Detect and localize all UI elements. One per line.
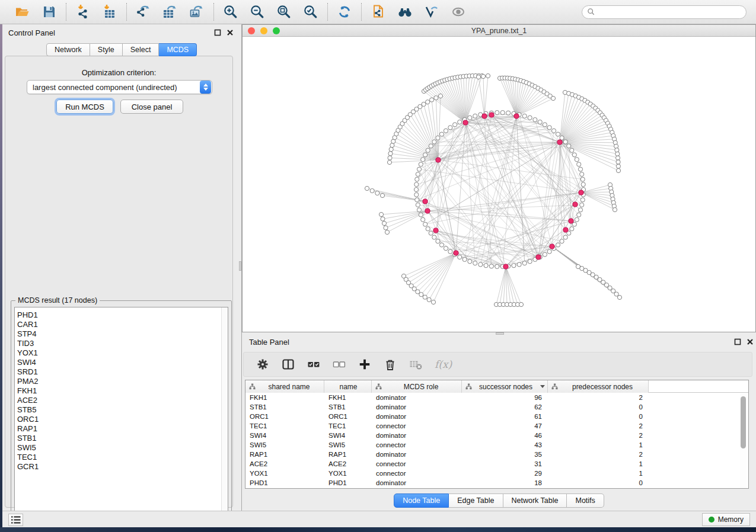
splitter-grip[interactable]: [239, 261, 241, 271]
table-cell[interactable]: dominator: [372, 450, 462, 459]
table-cell[interactable]: 62: [462, 402, 548, 412]
table-cell[interactable]: RAP1: [324, 450, 372, 459]
mcds-result-item[interactable]: PHD1: [17, 310, 228, 320]
table-cell[interactable]: 46: [462, 431, 548, 440]
show-columns-button[interactable]: [282, 357, 295, 372]
zoom-selected-button[interactable]: [302, 4, 319, 20]
mcds-result-item[interactable]: PMA2: [17, 377, 228, 386]
table-cell[interactable]: 2: [548, 421, 649, 431]
mcds-result-list[interactable]: PHD1CAR1STP4TID3YOX1SWI4SRD1PMA2FKH1ACE2…: [14, 307, 228, 518]
mcds-result-item[interactable]: RAP1: [17, 424, 228, 434]
table-scrollbar[interactable]: [740, 393, 747, 488]
table-cell[interactable]: 31: [462, 459, 548, 469]
table-cell[interactable]: SWI4: [245, 431, 324, 440]
table-row[interactable]: SWI4SWI4dominator462: [245, 431, 748, 440]
tab-motifs[interactable]: Motifs: [567, 493, 604, 508]
table-cell[interactable]: 0: [548, 402, 649, 412]
delete-columns-button[interactable]: [384, 357, 397, 372]
table-cell[interactable]: 43: [462, 440, 548, 450]
table-cell[interactable]: dominator: [372, 431, 462, 440]
table-cell[interactable]: 2: [548, 450, 649, 459]
clear-selection-button[interactable]: [333, 357, 346, 372]
column-header-predecessor-nodes[interactable]: predecessor nodes: [548, 380, 649, 393]
export-network-button[interactable]: [135, 4, 152, 20]
search-input[interactable]: [595, 8, 741, 16]
mcds-result-item[interactable]: TID3: [17, 339, 228, 348]
zoom-out-button[interactable]: [249, 4, 266, 20]
scrollbar-thumb[interactable]: [741, 396, 746, 448]
apply-preferred-layout-button[interactable]: [336, 4, 353, 20]
table-cell[interactable]: connector: [372, 459, 462, 469]
column-header-name[interactable]: name: [324, 380, 372, 393]
table-row[interactable]: TEC1TEC1connector472: [245, 421, 748, 431]
table-cell[interactable]: connector: [372, 469, 462, 478]
table-cell[interactable]: RAP1: [245, 450, 324, 459]
table-cell[interactable]: 1: [548, 440, 649, 450]
table-cell[interactable]: PHD1: [245, 478, 324, 488]
table-cell[interactable]: YOX1: [324, 469, 372, 478]
table-cell[interactable]: TEC1: [245, 421, 324, 431]
table-cell[interactable]: ORC1: [324, 412, 372, 421]
column-header-shared-name[interactable]: shared name: [245, 380, 324, 393]
export-image-button[interactable]: [189, 4, 205, 20]
table-cell[interactable]: 96: [462, 393, 548, 402]
table-cell[interactable]: 2: [548, 393, 649, 402]
table-cell[interactable]: TEC1: [324, 421, 372, 431]
run-mcds-button[interactable]: Run MCDS: [56, 100, 113, 114]
table-cell[interactable]: PHD1: [324, 478, 372, 488]
tab-mcds[interactable]: MCDS: [159, 43, 197, 56]
save-session-button[interactable]: [41, 4, 58, 20]
import-network-button[interactable]: [75, 4, 91, 20]
tab-network[interactable]: Network: [46, 43, 90, 56]
close-panel-button[interactable]: Close panel: [120, 100, 183, 114]
first-neighbors-button[interactable]: [397, 4, 413, 20]
table-cell[interactable]: dominator: [372, 412, 462, 421]
table-cell[interactable]: 61: [462, 412, 548, 421]
table-cell[interactable]: connector: [372, 440, 462, 450]
table-settings-button[interactable]: [256, 357, 269, 372]
table-cell[interactable]: SWI5: [245, 440, 324, 450]
table-row[interactable]: PHD1PHD1dominator180: [245, 478, 748, 488]
import-table-button[interactable]: [101, 4, 118, 20]
tab-edge-table[interactable]: Edge Table: [449, 493, 503, 508]
float-window-icon[interactable]: [213, 28, 222, 37]
table-cell[interactable]: 1: [548, 459, 649, 469]
mcds-result-item[interactable]: SWI4: [17, 358, 228, 367]
close-icon[interactable]: [225, 28, 234, 37]
criterion-select[interactable]: largest connected component (undirected): [27, 80, 212, 94]
tab-style[interactable]: Style: [90, 43, 123, 56]
open-session-button[interactable]: [14, 4, 31, 20]
table-row[interactable]: YOX1YOX1connector291: [245, 469, 748, 478]
table-cell[interactable]: ORC1: [245, 412, 324, 421]
table-cell[interactable]: 0: [548, 412, 649, 421]
mcds-result-item[interactable]: ACE2: [17, 396, 228, 405]
mcds-result-item[interactable]: CAR1: [17, 320, 228, 329]
add-column-button[interactable]: [358, 357, 371, 372]
table-cell[interactable]: SWI4: [324, 431, 372, 440]
mcds-result-item[interactable]: GCR1: [17, 462, 228, 472]
table-cell[interactable]: dominator: [372, 393, 462, 402]
mcds-result-item[interactable]: ORC1: [17, 415, 228, 424]
table-row[interactable]: ORC1ORC1dominator610: [245, 412, 748, 421]
hide-graphics-details-button[interactable]: [423, 4, 440, 20]
table-cell[interactable]: 47: [462, 421, 548, 431]
column-header-MCDS-role[interactable]: MCDS role: [372, 380, 462, 393]
table-cell[interactable]: dominator: [372, 478, 462, 488]
column-header-successor-nodes[interactable]: successor nodes: [462, 380, 548, 393]
new-network-from-selection-button[interactable]: [370, 4, 387, 20]
table-cell[interactable]: ACE2: [245, 459, 324, 469]
mcds-result-item[interactable]: SWI5: [17, 443, 228, 453]
table-cell[interactable]: SWI5: [324, 440, 372, 450]
table-cell[interactable]: connector: [372, 421, 462, 431]
panel-menu-button[interactable]: [8, 514, 23, 526]
zoom-in-button[interactable]: [222, 4, 239, 20]
network-view-titlebar[interactable]: YPA_prune.txt_1: [243, 25, 755, 37]
table-cell[interactable]: 2: [548, 431, 649, 440]
table-cell[interactable]: STB1: [245, 402, 324, 412]
table-row[interactable]: SWI5SWI5connector431: [245, 440, 748, 450]
mcds-result-item[interactable]: SRD1: [17, 367, 228, 377]
tab-network-table[interactable]: Network Table: [503, 493, 567, 508]
table-cell[interactable]: FKH1: [245, 393, 324, 402]
table-row[interactable]: ACE2ACE2connector311: [245, 459, 748, 469]
table-cell[interactable]: 29: [462, 469, 548, 478]
